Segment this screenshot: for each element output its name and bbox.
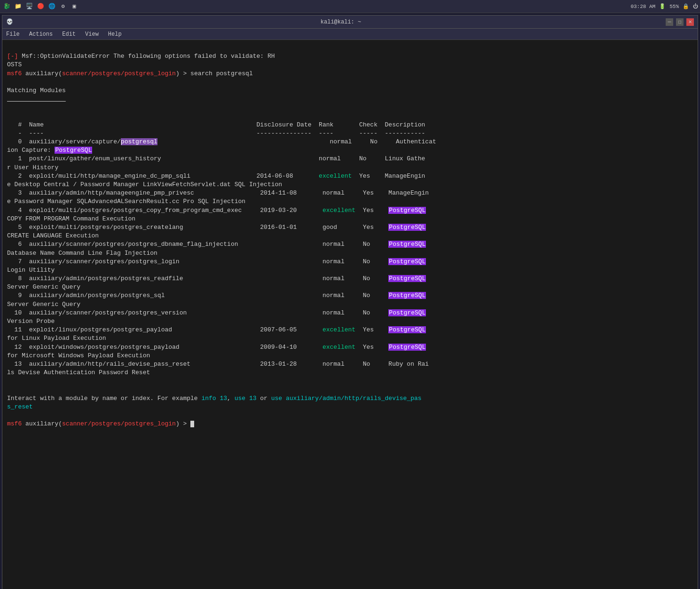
prompt-line-2: msf6 auxiliary(scanner/postgres/postgres… <box>7 420 194 427</box>
battery-icon: 🔋 <box>659 3 666 9</box>
clock-time: 03:28 AM <box>630 4 655 9</box>
row-1: 1 post/linux/gather/enum_users_history n… <box>7 155 425 171</box>
row-5: 5 exploit/multi/postgres/postgres_create… <box>7 224 426 239</box>
row-3: 3 auxiliary/admin/http/manageengine_pmp_… <box>7 189 429 205</box>
taskbar-icon-2[interactable]: 📁 <box>13 2 23 11</box>
battery-level: 55% <box>669 4 679 9</box>
prompt-line-1: msf6 auxiliary(scanner/postgres/postgres… <box>7 70 253 77</box>
menu-help[interactable]: Help <box>106 30 124 39</box>
section-header: Matching Modules <box>7 87 66 94</box>
lock-icon: 🔒 <box>683 3 689 9</box>
minimize-button[interactable]: ─ <box>666 18 673 26</box>
section-underline <box>7 95 66 102</box>
taskbar-icon-1[interactable]: 🐉 <box>2 2 11 11</box>
row-12: 12 exploit/windows/postgres/postgres_pay… <box>7 344 426 359</box>
row-4: 4 exploit/multi/postgres/postgres_copy_f… <box>7 207 426 222</box>
taskbar: 🐉 📁 🖥️ 🔴 🌐 ⚙️ ▣ 03:28 AM 🔋 55% 🔒 ⏻ <box>0 0 700 13</box>
window-titlebar: 💀 kali@kali: ~ ─ □ ✕ <box>2 16 698 29</box>
taskbar-icon-5[interactable]: 🌐 <box>47 2 56 11</box>
row-11: 11 exploit/linux/postgres/postgres_paylo… <box>7 326 426 342</box>
close-button[interactable]: ✕ <box>686 18 694 26</box>
taskbar-icon-3[interactable]: 🖥️ <box>24 2 34 11</box>
terminal-window: 💀 kali@kali: ~ ─ □ ✕ File Actions Edit V… <box>2 15 698 589</box>
table-divider: - ---- --------------- ---- ----- ------… <box>7 130 425 137</box>
table-header: # Name Disclosure Date Rank Check Descri… <box>7 121 425 128</box>
menu-view[interactable]: View <box>83 30 101 39</box>
taskbar-icon-terminal[interactable]: ▣ <box>70 2 79 11</box>
row-9: 9 auxiliary/admin/postgres/postgres_sql … <box>7 292 426 307</box>
menu-edit[interactable]: Edit <box>60 30 78 39</box>
window-app-icon: 💀 <box>6 18 13 25</box>
window-controls: ─ □ ✕ <box>666 18 694 26</box>
row-2: 2 exploit/multi/http/manage_engine_dc_pm… <box>7 173 425 188</box>
row-7: 7 auxiliary/scanner/postgres/postgres_lo… <box>7 258 426 274</box>
interact-line: Interact with a module by name or index.… <box>7 395 422 410</box>
taskbar-icon-4[interactable]: 🔴 <box>36 2 45 11</box>
row-0: 0 auxiliary/server/capture/postgresql no… <box>7 138 436 154</box>
row-13: 13 auxiliary/admin/http/rails_devise_pas… <box>7 361 429 376</box>
menu-actions[interactable]: Actions <box>27 30 55 39</box>
taskbar-clock: 03:28 AM 🔋 55% 🔒 ⏻ <box>630 3 698 9</box>
menu-file[interactable]: File <box>4 30 22 39</box>
taskbar-icon-6[interactable]: ⚙️ <box>58 2 68 11</box>
row-6: 6 auxiliary/scanner/postgres/postgres_db… <box>7 241 426 256</box>
row-8: 8 auxiliary/admin/postgres/postgres_read… <box>7 275 426 291</box>
menubar: File Actions Edit View Help <box>2 29 698 40</box>
error-line: [-] Msf::OptionValidateError The followi… <box>7 53 275 68</box>
row-10: 10 auxiliary/scanner/postgres/postgres_v… <box>7 309 426 325</box>
window-title: kali@kali: ~ <box>16 19 666 25</box>
power-icon: ⏻ <box>693 3 698 9</box>
maximize-button[interactable]: □ <box>676 18 684 26</box>
terminal-content[interactable]: [-] Msf::OptionValidateError The followi… <box>2 40 698 589</box>
